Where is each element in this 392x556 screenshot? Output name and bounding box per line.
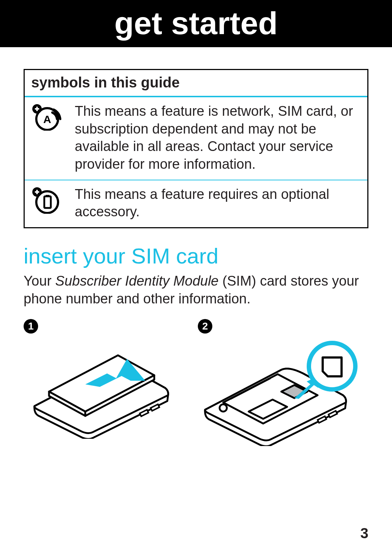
svg-text:A: A — [43, 113, 51, 125]
para-text: Your — [24, 273, 55, 289]
step-number-badge: 1 — [24, 319, 38, 334]
symbols-row: A This means a feature is network, SIM c… — [25, 97, 367, 180]
insert-sim-illustration — [198, 337, 365, 446]
optional-accessory-icon — [31, 185, 75, 215]
symbols-row: This means a feature requires an optiona… — [25, 180, 367, 227]
svg-rect-4 — [36, 107, 38, 111]
chapter-header: get started — [0, 0, 392, 47]
svg-rect-6 — [44, 196, 51, 208]
symbols-row-text: This means a feature is network, SIM car… — [75, 102, 361, 173]
svg-rect-10 — [36, 190, 38, 194]
chapter-title: get started — [114, 5, 278, 41]
page-number: 3 — [360, 525, 368, 541]
remove-back-cover-illustration — [24, 337, 176, 439]
steps-row: 1 — [24, 319, 368, 446]
para-emphasis: Subscriber Identity Module — [55, 273, 219, 289]
svg-point-14 — [311, 345, 353, 387]
section-heading: insert your SIM card — [24, 244, 368, 269]
svg-point-12 — [220, 404, 227, 412]
svg-rect-7 — [46, 195, 49, 197]
symbols-guide-box: symbols in this guide A This means a fea… — [24, 69, 368, 228]
network-dependent-icon: A — [31, 102, 75, 132]
step-2: 2 — [198, 319, 368, 446]
symbols-row-text: This means a feature requires an optiona… — [75, 185, 361, 221]
step-number-badge: 2 — [198, 319, 212, 334]
step-1: 1 — [24, 319, 194, 446]
section-paragraph: Your Subscriber Identity Module (SIM) ca… — [24, 272, 368, 308]
symbols-guide-title: symbols in this guide — [25, 70, 367, 97]
page-content: symbols in this guide A This means a fea… — [0, 47, 392, 446]
